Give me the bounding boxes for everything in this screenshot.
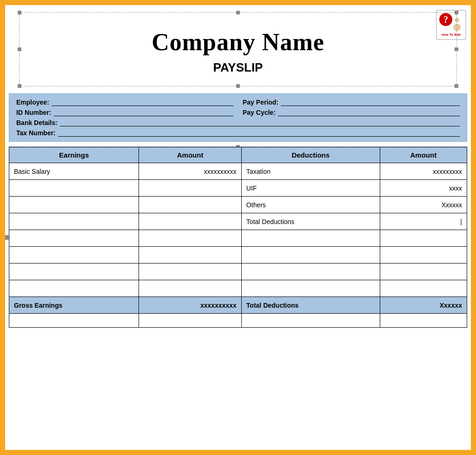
earning-amount-cell: xxxxxxxxxx (139, 163, 242, 180)
table-row (9, 247, 467, 264)
company-name: Company Name (33, 28, 443, 56)
deduction-amount-cell (380, 314, 467, 328)
deductions-header: Deductions (241, 147, 380, 163)
handle-bl (18, 84, 21, 88)
employee-row: Employee: Pay Period: (16, 99, 460, 106)
id-col: ID Number: (16, 109, 233, 116)
header-section: Company Name PAYSLIP (5, 5, 471, 89)
page-container: ? How To Wiki Company Name PAYSLIP (0, 0, 476, 455)
id-cycle-row: ID Number: Pay Cycle: (16, 109, 460, 116)
deduction-amount-cell: xxxxxxxxx (380, 163, 467, 180)
earning-cell (9, 264, 139, 280)
bank-details-label: Bank Details: (16, 119, 58, 126)
earnings-header: Earnings (9, 147, 139, 163)
deduction-cell: UIF (241, 180, 380, 197)
deduction-cell (241, 247, 380, 264)
gross-earnings-label: Gross Earnings (9, 297, 139, 314)
employee-line (52, 99, 233, 106)
payslip-title: PAYSLIP (33, 60, 443, 75)
deduction-cell: Taxation (241, 163, 380, 180)
earning-amount-cell (139, 230, 242, 247)
earning-amount-cell (139, 247, 242, 264)
employee-col: Employee: (16, 99, 233, 106)
handle-ml (18, 47, 21, 51)
earning-amount-cell (139, 314, 242, 328)
tax-line (58, 129, 460, 137)
deduction-amount-cell: Xxxxxx (380, 197, 467, 213)
pay-period-col: Pay Period: (243, 99, 460, 106)
id-number-label: ID Number: (16, 109, 51, 116)
handle-tr (455, 11, 458, 14)
earning-cell: Basic Salary (9, 163, 139, 180)
table-row: Basic Salary xxxxxxxxxx Taxation xxxxxxx… (9, 163, 467, 180)
amount-deductions-header: Amount (380, 147, 467, 163)
pay-cycle-col: Pay Cycle: (243, 109, 460, 116)
earning-cell (9, 213, 139, 230)
deduction-cell (241, 314, 380, 328)
deduction-cell: Others (241, 197, 380, 213)
earning-amount-cell (139, 180, 242, 197)
table-row (9, 280, 467, 297)
table-row: Total Deductions | (9, 213, 467, 230)
earning-amount-cell (139, 280, 242, 297)
deduction-cell (241, 264, 380, 280)
handle-br (455, 84, 458, 88)
tax-row: Tax Number: (16, 129, 460, 137)
footer-total-deductions-amount: Xxxxxx (380, 297, 467, 314)
footer-total-deductions-label: Total Deductions (241, 297, 380, 314)
table-scroll-handle[interactable] (5, 235, 10, 240)
id-row: ID Number: Pay Cycle: (16, 109, 460, 116)
deduction-amount-cell (380, 230, 467, 247)
earning-cell (9, 247, 139, 264)
earning-amount-cell (139, 213, 242, 230)
table-header-row: Earnings Amount Deductions Amount (9, 147, 467, 163)
deduction-amount-cell: xxxx (380, 180, 467, 197)
handle-tm (236, 11, 240, 14)
deduction-cell (241, 230, 380, 247)
bank-line (60, 119, 460, 126)
table-row (9, 264, 467, 280)
tax-number-label: Tax Number: (16, 129, 56, 137)
earning-cell (9, 197, 139, 213)
table-section: Earnings Amount Deductions Amount Basic … (9, 147, 467, 328)
employee-period-row: Employee: Pay Period: (16, 99, 460, 106)
id-line (53, 109, 233, 116)
gross-earnings-amount: xxxxxxxxxx (139, 297, 242, 314)
pay-period-label: Pay Period: (243, 99, 278, 106)
deduction-amount-cell (380, 264, 467, 280)
bank-row: Bank Details: (16, 119, 460, 126)
total-deductions-cell: Total Deductions (241, 213, 380, 230)
employee-label: Employee: (16, 99, 49, 106)
pay-cycle-label: Pay Cycle: (243, 109, 276, 116)
pay-cycle-line (278, 109, 460, 116)
handle-bm (236, 84, 240, 88)
earning-amount-cell (139, 264, 242, 280)
table-row: Others Xxxxxx (9, 197, 467, 213)
deduction-amount-cell (380, 280, 467, 297)
pay-period-line (281, 99, 460, 106)
deduction-cell (241, 280, 380, 297)
table-row: UIF xxxx (9, 180, 467, 197)
payslip-table: Earnings Amount Deductions Amount Basic … (9, 147, 467, 328)
earning-cell (9, 230, 139, 247)
info-section: Employee: Pay Period: ID Number: (9, 93, 467, 142)
handle-mr (455, 47, 458, 51)
earning-cell (9, 180, 139, 197)
table-row (9, 230, 467, 247)
table-footer-row: Gross Earnings xxxxxxxxxx Total Deductio… (9, 297, 467, 314)
earning-amount-cell (139, 197, 242, 213)
amount-earnings-header: Amount (139, 147, 242, 163)
earning-cell (9, 314, 139, 328)
total-deductions-amount-cell: | (380, 213, 467, 230)
inner-container: ? How To Wiki Company Name PAYSLIP (5, 5, 471, 450)
deduction-amount-cell (380, 247, 467, 264)
handle-tl (18, 11, 21, 14)
table-row (9, 314, 467, 328)
earning-cell (9, 280, 139, 297)
